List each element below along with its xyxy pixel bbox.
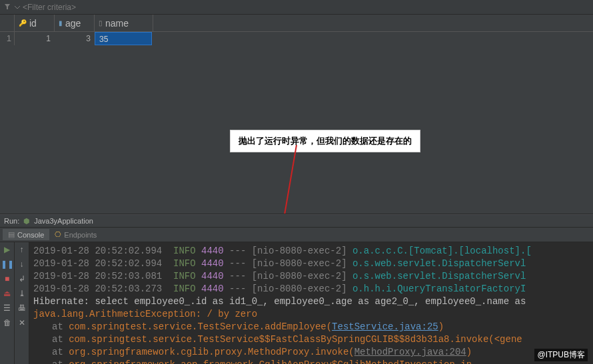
column-tail: [153, 15, 161, 31]
cell-name[interactable]: 35: [95, 32, 152, 45]
run-app-name: Java3yApplication: [34, 217, 93, 225]
log-pid: 4440: [201, 246, 224, 256]
column-id-label: id: [29, 18, 37, 29]
log-level: INFO: [173, 271, 196, 281]
column-name-label: name: [105, 18, 129, 29]
up-button[interactable]: ↑: [20, 245, 24, 254]
log-ts: 2019-01-28 20:52:02.994: [33, 246, 162, 256]
stack-link[interactable]: TestService.java:25: [332, 321, 438, 332]
log-thread: [nio-8080-exec-2]: [252, 246, 347, 256]
run-leaf-icon: ⬢: [23, 217, 30, 226]
table-header: 🔑 id ▮ age ▯ name: [0, 15, 593, 32]
column-id[interactable]: 🔑 id: [15, 15, 55, 31]
stack-trace-line: at com.springtest.service.TestService$$F…: [33, 334, 522, 345]
data-grid: 1 1 3 35: [0, 32, 593, 197]
stop-button[interactable]: ■: [5, 274, 9, 283]
row-number-header: [0, 15, 15, 31]
number-column-icon: ▮: [59, 19, 63, 27]
filter-bar: <Filter criteria>: [0, 0, 593, 15]
cell-age[interactable]: 3: [55, 32, 95, 45]
exception-line: java.lang.ArithmeticException: / by zero: [33, 309, 257, 319]
run-panel: Run: ⬢ Java3yApplication ▤ Console ⎔ End…: [0, 214, 593, 364]
run-label: Run:: [4, 217, 19, 225]
trash-button[interactable]: 🗑: [3, 318, 11, 327]
log-thread: [nio-8080-exec-2]: [252, 283, 347, 294]
text-column-icon: ▯: [99, 19, 103, 27]
log-pid: 4440: [201, 271, 224, 281]
pause-button[interactable]: ❚❚: [1, 260, 14, 269]
log-sep: ---: [229, 258, 246, 269]
log-src: o.s.web.servlet.DispatcherServl: [352, 271, 526, 281]
run-gutter-tools: ↑ ↓ ↲ ⤓ 🖶 ✕: [15, 242, 29, 364]
clear-button[interactable]: ✕: [19, 318, 25, 327]
dump-button[interactable]: ☰: [3, 303, 11, 313]
tab-console-label: Console: [17, 231, 44, 239]
log-level: INFO: [173, 246, 196, 256]
column-age[interactable]: ▮ age: [55, 15, 95, 31]
key-icon: 🔑: [19, 19, 27, 27]
watermark: @ITPUB博客: [534, 349, 588, 361]
chevron-down-icon: [15, 5, 20, 10]
tab-console[interactable]: ▤ Console: [3, 229, 49, 240]
log-src: o.a.c.c.C.[Tomcat].[localhost].[: [352, 246, 532, 256]
run-body: ▶ ❚❚ ■ ⏏ ☰ 🗑 ↑ ↓ ↲ ⤓ 🖶 ✕ 2019-01-28 20:5…: [0, 242, 593, 364]
wrap-button[interactable]: ↲: [19, 274, 25, 283]
print-button[interactable]: 🖶: [18, 303, 26, 313]
log-sep: ---: [229, 283, 246, 294]
console-icon: ▤: [8, 230, 15, 239]
log-pid: 4440: [201, 283, 224, 294]
tab-endpoints-label: Endpoints: [64, 231, 97, 239]
filter-placeholder[interactable]: <Filter criteria>: [23, 3, 76, 12]
log-thread: [nio-8080-exec-2]: [252, 271, 347, 281]
log-sep: ---: [229, 246, 246, 256]
run-header: Run: ⬢ Java3yApplication: [0, 214, 593, 228]
log-level: INFO: [173, 258, 196, 269]
row-number: 1: [0, 32, 15, 45]
down-button[interactable]: ↓: [20, 260, 24, 269]
stack-link[interactable]: MethodProxy.java:204: [354, 347, 466, 357]
rerun-button[interactable]: ▶: [4, 245, 10, 254]
log-src: o.h.h.i.QueryTranslatorFactoryI: [352, 283, 526, 294]
scroll-button[interactable]: ⤓: [19, 289, 25, 298]
column-age-label: age: [65, 18, 81, 29]
log-pid: 4440: [201, 258, 224, 269]
stack-trace-line: at com.springtest.service.TestService.ad…: [33, 321, 444, 332]
tab-endpoints[interactable]: ⎔ Endpoints: [49, 229, 102, 240]
cell-id[interactable]: 1: [15, 32, 55, 45]
annotation-callout: 抛出了运行时异常，但我们的数据还是存在的: [230, 130, 420, 152]
filter-icon: [4, 3, 12, 11]
log-ts: 2019-01-28 20:52:02.994: [33, 258, 162, 269]
column-name[interactable]: ▯ name: [95, 15, 153, 31]
endpoints-icon: ⎔: [55, 230, 61, 239]
log-level: INFO: [173, 283, 196, 294]
exit-button[interactable]: ⏏: [3, 289, 11, 298]
hibernate-query: Hibernate: select employee0_.id as id1_0…: [33, 296, 526, 307]
table-row[interactable]: 1 1 3 35: [0, 32, 593, 45]
log-ts: 2019-01-28 20:52:03.273: [33, 283, 162, 294]
log-sep: ---: [229, 271, 246, 281]
run-tabs: ▤ Console ⎔ Endpoints: [0, 228, 593, 242]
log-src: o.s.web.servlet.DispatcherServl: [352, 258, 526, 269]
log-ts: 2019-01-28 20:52:03.081: [33, 271, 162, 281]
log-thread: [nio-8080-exec-2]: [252, 258, 347, 269]
run-gutter-left: ▶ ❚❚ ■ ⏏ ☰ 🗑: [0, 242, 15, 364]
console-output[interactable]: 2019-01-28 20:52:02.994 INFO 4440 --- [n…: [29, 242, 593, 364]
stack-trace-line: at org.springframework.aop.framework.Cgl…: [33, 359, 472, 364]
stack-trace-line: at org.springframework.cglib.proxy.Metho…: [33, 347, 472, 357]
